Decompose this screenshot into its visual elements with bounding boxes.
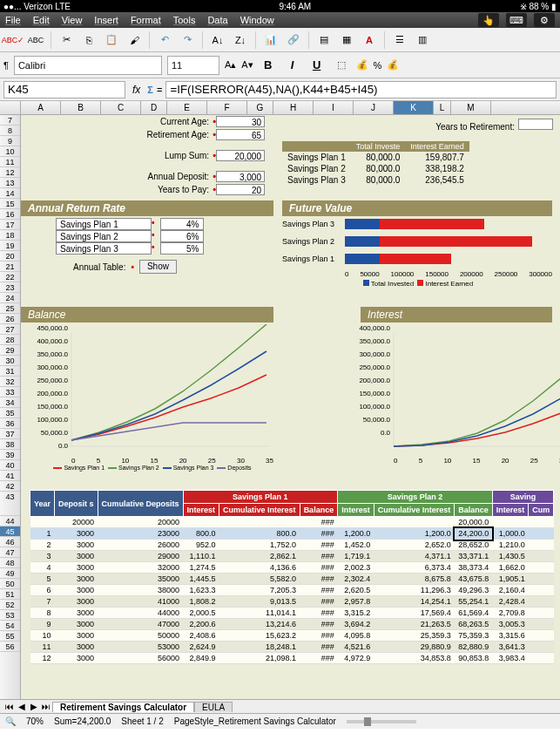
sheet-indicator: Sheet 1 / 2: [121, 716, 163, 726]
navigator-icon[interactable]: ☰: [390, 31, 409, 50]
sort-desc-icon[interactable]: Z↓: [231, 31, 250, 50]
future-value-header: Future Value: [282, 200, 552, 216]
pointer-icon[interactable]: 👆: [478, 13, 499, 27]
amortization-table[interactable]: Year Deposit s Cumulative Deposits Savin…: [30, 490, 554, 664]
tab-retirement[interactable]: Retirement Savings Calculator: [52, 702, 194, 712]
sort-asc-icon[interactable]: A↓: [208, 31, 227, 50]
format-paint-icon[interactable]: 🖌: [125, 31, 144, 50]
function-wizard-icon[interactable]: fx: [129, 84, 144, 96]
chart-icon[interactable]: 📊: [261, 31, 280, 50]
spellcheck-icon[interactable]: ABC: [26, 31, 45, 50]
col-d[interactable]: D: [141, 101, 167, 114]
col-j[interactable]: J: [354, 101, 394, 114]
sum-icon[interactable]: Σ: [147, 85, 153, 95]
ios-status-bar: ●●... Verizon LTE 9:46 AM ※ 88 % ▮: [0, 0, 560, 12]
zoom-slider[interactable]: [347, 720, 416, 723]
carrier-label: ●●... Verizon LTE: [3, 2, 71, 11]
clock: 9:46 AM: [71, 2, 520, 11]
menu-data[interactable]: Data: [207, 15, 227, 25]
annual-deposit-label: Annual Deposit:: [30, 172, 213, 181]
percent-icon[interactable]: %: [374, 60, 382, 71]
current-age-label: Current Age:: [30, 117, 213, 126]
menu-bar[interactable]: File Edit View Insert Format Tools Data …: [0, 12, 560, 28]
col-k[interactable]: K: [394, 101, 434, 114]
currency-icon[interactable]: 💰: [356, 59, 368, 71]
annual-deposit-value[interactable]: 3,000: [216, 171, 265, 182]
col-i[interactable]: I: [314, 101, 354, 114]
gear-icon[interactable]: ⚙: [534, 13, 555, 27]
inputs-panel: Current Age:•30 Retirement Age:•65 Lump …: [30, 115, 265, 196]
zoom-level[interactable]: 70%: [26, 716, 44, 726]
plans-table: Savings Plan 1•4% Savings Plan 2•6% Savi…: [56, 218, 204, 255]
lump-sum-value[interactable]: 20,000: [216, 150, 265, 161]
cut-icon[interactable]: ✂: [57, 31, 76, 50]
underline-button[interactable]: U: [307, 56, 327, 75]
col-a[interactable]: A: [21, 101, 61, 114]
tab-eula[interactable]: EULA: [194, 702, 233, 712]
redo-icon[interactable]: ↷: [178, 31, 197, 50]
menu-file[interactable]: File: [5, 15, 21, 25]
col-c[interactable]: C: [101, 101, 141, 114]
tab-prev-icon[interactable]: ◀: [16, 702, 28, 711]
menu-edit[interactable]: Edit: [33, 15, 50, 25]
cell-reference-input[interactable]: [3, 81, 125, 98]
font-size-select[interactable]: [167, 56, 219, 75]
gallery-icon[interactable]: ▥: [413, 31, 432, 50]
hyperlink-icon[interactable]: 🔗: [284, 31, 303, 50]
tab-last-icon[interactable]: ⏭: [40, 702, 52, 711]
font-select[interactable]: [14, 56, 162, 75]
row-headers[interactable]: 7891011121314151617181920212223242526272…: [0, 115, 21, 729]
styles-icon[interactable]: ¶: [3, 60, 9, 71]
interest-header: Interest: [361, 307, 552, 323]
current-age-value[interactable]: 30: [216, 116, 265, 127]
keyboard-icon[interactable]: ⌨: [506, 13, 527, 27]
ytr-value[interactable]: [518, 119, 553, 130]
currency2-icon[interactable]: 💰: [387, 59, 399, 71]
column-headers[interactable]: A B C D E F G H I J K L M: [0, 101, 560, 115]
spellcheck-on-icon[interactable]: ABC✓: [3, 31, 23, 50]
tab-first-icon[interactable]: ⏮: [3, 702, 16, 711]
formula-input[interactable]: [165, 81, 557, 98]
summary-table: Total InvesteInterest Earned Savings Pla…: [282, 141, 469, 186]
col-f[interactable]: F: [207, 101, 247, 114]
show-button[interactable]: Show: [139, 260, 177, 274]
merge-cells-icon[interactable]: ⬚: [337, 59, 346, 71]
menu-window[interactable]: Window: [240, 15, 274, 25]
header-footer-icon[interactable]: ▤: [314, 31, 334, 50]
col-h[interactable]: H: [273, 101, 314, 114]
col-e[interactable]: E: [167, 101, 207, 114]
freeze-icon[interactable]: ▦: [337, 31, 356, 50]
menu-view[interactable]: View: [62, 15, 83, 25]
formula-bar: fx Σ =: [0, 78, 560, 101]
balance-chart: 450,000.0400,000.0350,000.0300,000.0250,…: [30, 324, 273, 481]
bold-button[interactable]: B: [259, 56, 278, 75]
italic-button[interactable]: I: [283, 56, 302, 75]
equals-icon[interactable]: =: [157, 85, 162, 95]
col-g[interactable]: G: [247, 101, 273, 114]
menu-format[interactable]: Format: [131, 15, 161, 25]
font-shrink-icon[interactable]: A▾: [241, 59, 253, 71]
copy-icon[interactable]: ⎘: [79, 31, 98, 50]
spreadsheet-grid[interactable]: A B C D E F G H I J K L M 78910111213141…: [0, 101, 560, 729]
page-style: PageStyle_Retirement Savings Calculator: [174, 716, 336, 726]
sheet-tabs[interactable]: ⏮ ◀ ▶ ⏭ Retirement Savings Calculator EU…: [0, 699, 560, 713]
find-icon[interactable]: 🔍: [5, 716, 16, 726]
battery-label: ※ 88 % ▮: [520, 2, 557, 11]
undo-icon[interactable]: ↶: [155, 31, 174, 50]
font-grow-icon[interactable]: A▴: [225, 59, 236, 71]
retirement-age-label: Retirement Age:: [30, 130, 213, 139]
col-b[interactable]: B: [61, 101, 101, 114]
format-toolbar: ¶ A▴ A▾ B I U ⬚ 💰 % 💰: [0, 52, 560, 78]
sum-display: Sum=24,200.0: [54, 716, 111, 726]
menu-insert[interactable]: Insert: [94, 15, 118, 25]
retirement-age-value[interactable]: 65: [216, 129, 265, 140]
years-to-pay-value[interactable]: 20: [216, 184, 265, 195]
tab-next-icon[interactable]: ▶: [28, 702, 40, 711]
years-to-pay-label: Years to Pay:: [30, 185, 213, 194]
font-color-icon[interactable]: A: [360, 31, 379, 50]
col-m[interactable]: M: [451, 101, 491, 114]
future-value-chart: Savings Plan 3 Savings Plan 2 Savings Pl…: [282, 218, 552, 296]
col-l[interactable]: L: [434, 101, 451, 114]
menu-tools[interactable]: Tools: [173, 15, 196, 25]
paste-icon[interactable]: 📋: [102, 31, 121, 50]
